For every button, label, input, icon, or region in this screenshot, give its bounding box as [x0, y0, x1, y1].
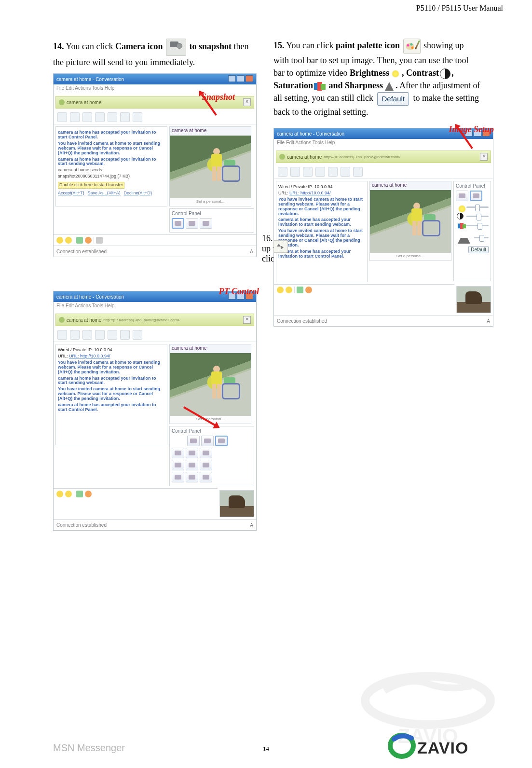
toolbar-btn[interactable]: [95, 112, 105, 122]
toolbar-btn[interactable]: [328, 167, 338, 177]
emoticon-icon[interactable]: [65, 491, 72, 497]
toolbar-btn[interactable]: [315, 167, 325, 177]
contactbar-close[interactable]: ×: [243, 98, 251, 106]
toddler-figure: [208, 366, 223, 400]
right-pane: camera at home Set a personal... Control…: [169, 344, 254, 486]
decline-link[interactable]: Decline(Alt+D): [124, 191, 152, 195]
toolbar-btn[interactable]: [290, 167, 300, 177]
toolbar-btn[interactable]: [108, 112, 117, 122]
toolbar-btn[interactable]: [133, 112, 142, 122]
emoticon-icon[interactable]: [85, 491, 92, 497]
pt-arrow-d[interactable]: [186, 472, 198, 482]
emoticon-icon[interactable]: [56, 237, 63, 244]
accept-link[interactable]: Accept(Alt+T): [58, 191, 84, 195]
chat-body: Wired / Private IP: 10.0.0.94 URL: URL: …: [54, 342, 256, 488]
toolbar-btn[interactable]: [353, 167, 363, 177]
toolbar-btn[interactable]: [120, 330, 130, 340]
pt-arrow-ur[interactable]: [200, 448, 212, 458]
video-panel: camera at home Set a personal...: [369, 181, 451, 261]
pt-arrow-r[interactable]: [200, 460, 212, 470]
manual-header: P5110 / P5115 User Manual: [416, 4, 503, 13]
emoticon-icon[interactable]: [297, 287, 303, 293]
statusbar: Connection established A: [54, 246, 256, 257]
emoticon-icon[interactable]: [305, 287, 312, 293]
emoticon-icon[interactable]: [85, 237, 92, 244]
saveas-link[interactable]: Save As...(Alt+A): [88, 191, 121, 195]
control-panel-title: Control Panel: [456, 183, 489, 189]
toddler-figure: [208, 148, 223, 183]
emoticon-icon[interactable]: [76, 237, 83, 244]
toolbar-btn[interactable]: [70, 112, 80, 122]
contrast-icon: [457, 213, 464, 219]
contact-name: camera at home: [67, 100, 101, 105]
video-foot: Set a personal...: [170, 198, 251, 206]
toolbar-btn[interactable]: [278, 167, 287, 177]
toolbar-btn[interactable]: [82, 112, 92, 122]
cp-button[interactable]: [186, 218, 198, 229]
step16-num: 16.: [262, 233, 273, 243]
chat-url-link[interactable]: URL: http://10.0.0.94/: [69, 354, 110, 358]
emoticon-icon[interactable]: [65, 237, 72, 244]
pt-arrow-l[interactable]: [172, 460, 184, 470]
brightness-slider[interactable]: [456, 204, 489, 210]
snapshot-button[interactable]: [456, 191, 468, 201]
pt-center[interactable]: [186, 460, 198, 470]
toolbar-btn[interactable]: [303, 167, 313, 177]
toolbar-btn[interactable]: [70, 330, 80, 340]
file-transfer-prompt[interactable]: Double click here to start transfer: [58, 182, 124, 189]
contact-sub: http://(IP address) <no_panic@hotmail.co…: [324, 155, 400, 159]
status-right: A: [487, 318, 490, 324]
emoticon-icon[interactable]: [286, 287, 292, 293]
contactbar-close[interactable]: ×: [480, 153, 488, 161]
step14-num: 14.: [53, 41, 64, 51]
emoticon-icon[interactable]: [56, 491, 63, 497]
emoticon-icon[interactable]: [277, 287, 284, 293]
brightness-label: Brightness: [350, 68, 389, 78]
toolbar-btn[interactable]: [57, 112, 67, 122]
palette-button[interactable]: [201, 436, 214, 446]
cp-button[interactable]: [200, 218, 212, 229]
separator: [74, 491, 74, 497]
toolbar-btn[interactable]: [133, 330, 142, 340]
toolbar-btn[interactable]: [57, 330, 67, 340]
chat-log: Wired / Private IP: 10.0.0.94 URL: URL: …: [276, 181, 368, 282]
pt-arrow-u[interactable]: [186, 448, 198, 458]
pt-arrow-ul[interactable]: [172, 448, 184, 458]
presence-icon: [279, 154, 285, 160]
chat-url-link[interactable]: URL: http://10.0.0.94/: [289, 191, 331, 195]
pt-arrow-dr[interactable]: [200, 472, 212, 482]
snapshot-button[interactable]: [187, 436, 200, 446]
emoticon-icon[interactable]: [76, 491, 83, 497]
default-button-panel[interactable]: Default: [468, 246, 489, 253]
sharpness-slider[interactable]: [456, 231, 489, 244]
contrast-slider[interactable]: [456, 213, 489, 219]
tool-icon[interactable]: [96, 237, 103, 244]
toolbar-btn[interactable]: [95, 330, 105, 340]
video-title: camera at home: [170, 344, 251, 353]
step14-camera-icon-label: Camera icon: [115, 41, 165, 51]
toolbar-btn[interactable]: [108, 330, 117, 340]
video-foot: Set a personal...: [370, 253, 451, 261]
pt-arrow-dl[interactable]: [172, 472, 184, 482]
chat-line: camera at home has accepted your invitat…: [278, 218, 365, 227]
saturation-slider[interactable]: [456, 222, 489, 229]
chat-toolbar: [54, 328, 256, 342]
paint-palette-icon: [403, 39, 421, 54]
chat-line: camera at home sends:: [58, 168, 165, 173]
step15-palette-label: paint palette icon: [336, 41, 400, 50]
separator: [94, 237, 94, 244]
toolbar-btn[interactable]: [120, 112, 130, 122]
chat-line: camera at home has accepted your invitat…: [58, 157, 165, 167]
snapshot-button[interactable]: [172, 218, 184, 229]
chat-line: You have invited camera at home to start…: [58, 387, 165, 401]
default-button[interactable]: Default: [377, 92, 409, 106]
presence-icon: [59, 99, 65, 105]
toolbar-btn[interactable]: [341, 167, 350, 177]
toolbar-btn[interactable]: [82, 330, 92, 340]
contactbar-close[interactable]: ×: [243, 316, 251, 324]
walker-figure: [422, 214, 437, 235]
pt-button[interactable]: [215, 436, 228, 446]
window-title: camera at home - Conversation: [56, 77, 124, 82]
palette-button[interactable]: [470, 191, 482, 201]
brightness-icon: [390, 69, 401, 79]
